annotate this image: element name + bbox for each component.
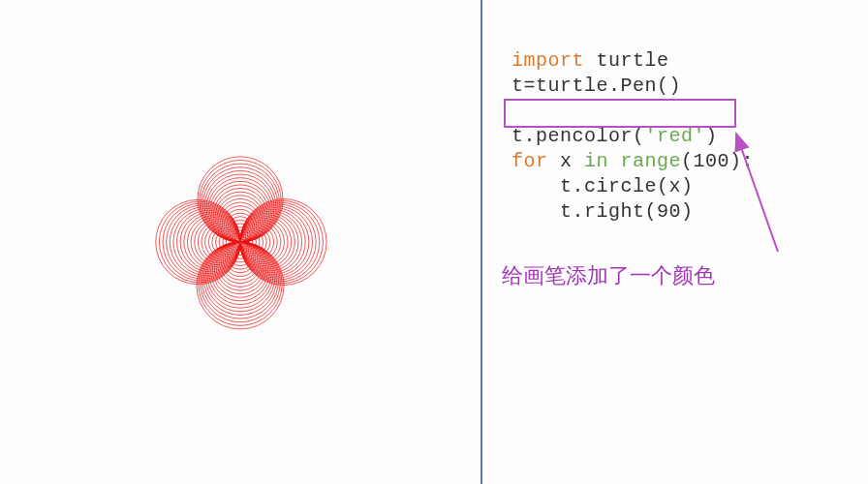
python-code: import turtle t=turtle.Pen() t.pencolor(… — [512, 48, 849, 225]
code-text: x — [548, 150, 585, 172]
code-text: t.circle(x) — [512, 175, 694, 197]
code-text: t.right(90) — [512, 200, 694, 223]
code-panel: import turtle t=turtle.Pen() t.pencolor(… — [482, 0, 868, 484]
turtle-drawing — [8, 10, 473, 474]
code-kw-for: for — [512, 150, 548, 172]
code-text: turtle — [584, 49, 669, 72]
code-kw-import: import — [512, 49, 584, 72]
code-text: t=turtle.Pen() — [512, 75, 681, 97]
code-text: t.pencolor( — [512, 125, 645, 147]
code-text — [608, 150, 621, 172]
code-text: ) — [705, 125, 718, 147]
turtle-output-panel — [0, 0, 480, 484]
code-text: (100): — [681, 150, 754, 172]
annotation-text: 给画笔添加了一个颜色 — [502, 261, 715, 290]
code-kw-range: range — [621, 150, 682, 172]
code-kw-in: in — [584, 150, 608, 172]
code-arg: 'red' — [645, 125, 706, 147]
